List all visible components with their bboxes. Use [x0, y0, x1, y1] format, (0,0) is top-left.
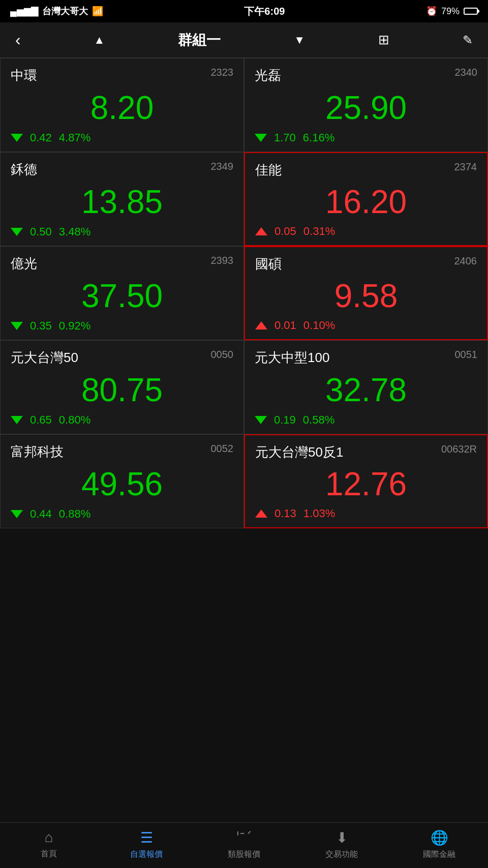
nav-bar: ‹ ▲ 群組一 ▼ ⊞ ✎ [0, 22, 488, 58]
stock-price: 49.56 [11, 468, 233, 500]
stock-header: 國碩 2406 [255, 255, 477, 273]
edit-button[interactable]: ✎ [463, 33, 473, 47]
stock-price: 32.78 [255, 374, 477, 406]
stock-card-2323[interactable]: 中環 2323 8.20 0.42 4.87% [0, 58, 244, 152]
stock-code: 00632R [441, 443, 477, 455]
stock-name: 元大台灣50反1 [255, 443, 343, 461]
stock-code: 2406 [454, 255, 477, 267]
stock-header: 鉌德 2349 [11, 161, 233, 178]
stock-code: 0052 [211, 443, 234, 455]
change-percent: 3.48% [59, 225, 90, 238]
change-percent: 0.80% [59, 413, 90, 427]
arrow-up-icon [255, 227, 267, 235]
tab-global[interactable]: 🌐 國際金融 [409, 829, 470, 860]
stock-grid: 中環 2323 8.20 0.42 4.87% 光磊 2340 25.90 1.… [0, 58, 488, 528]
change-value: 0.19 [274, 413, 296, 427]
stock-change: 0.50 3.48% [11, 225, 233, 238]
stock-header: 富邦科技 0052 [11, 443, 233, 461]
change-value: 0.13 [274, 507, 296, 520]
change-percent: 4.87% [59, 131, 90, 144]
stock-change: 0.44 0.88% [11, 507, 233, 521]
stock-change: 0.35 0.92% [11, 319, 233, 333]
list-icon: ☰ [140, 829, 153, 846]
arrow-down-icon [255, 416, 267, 424]
alarm-icon: ⏰ [426, 6, 437, 17]
arrow-down-icon [11, 416, 23, 424]
stock-card-0051[interactable]: 元大中型100 0051 32.78 0.19 0.58% [244, 340, 488, 434]
arrow-down-icon [11, 228, 23, 236]
stock-header: 元大台灣50 0050 [11, 349, 233, 367]
stock-change: 0.01 0.10% [255, 319, 477, 332]
up-button[interactable]: ▲ [94, 34, 105, 47]
battery-icon [464, 8, 478, 15]
change-percent: 6.16% [303, 131, 334, 144]
change-percent: 0.92% [59, 319, 90, 333]
tab-watchlist[interactable]: ☰ 自選報價 [116, 829, 177, 860]
change-percent: 0.10% [303, 319, 335, 332]
back-button[interactable]: ‹ [15, 31, 21, 49]
stock-header: 中環 2323 [11, 67, 233, 84]
status-right: ⏰ 79% [426, 6, 478, 17]
home-icon: ⌂ [45, 829, 53, 846]
stock-card-2374[interactable]: 佳能 2374 16.20 0.05 0.31% [244, 152, 488, 246]
arrow-down-icon [11, 322, 23, 330]
change-value: 0.05 [274, 225, 296, 238]
arrow-down-icon [11, 510, 23, 518]
change-percent: 1.03% [303, 507, 335, 520]
stock-change: 1.70 6.16% [255, 131, 477, 144]
stock-card-0052[interactable]: 富邦科技 0052 49.56 0.44 0.88% [0, 434, 244, 528]
tab-home-label: 首頁 [41, 849, 57, 859]
stock-code: 2340 [455, 67, 478, 78]
stock-name: 元大台灣50 [11, 349, 78, 367]
arrow-up-icon [255, 510, 267, 518]
page-title: 群組一 [178, 31, 221, 50]
stock-name: 國碩 [255, 255, 282, 273]
change-value: 0.01 [274, 319, 296, 332]
stock-price: 8.20 [11, 92, 233, 124]
stock-header: 元大台灣50反1 00632R [255, 443, 477, 461]
stock-card-2349[interactable]: 鉌德 2349 13.85 0.50 3.48% [0, 152, 244, 246]
stock-header: 元大中型100 0051 [255, 349, 477, 367]
carrier-name: 台灣大哥大 [42, 5, 88, 17]
change-value: 0.65 [30, 413, 52, 427]
arrow-down-icon [255, 134, 267, 142]
signal-bars: ▄▅▆▇ [10, 6, 38, 17]
stock-card-00632R[interactable]: 元大台灣50反1 00632R 12.76 0.13 1.03% [244, 434, 488, 528]
stock-change: 0.19 0.58% [255, 413, 477, 427]
tab-trading[interactable]: ⬇ 交易功能 [311, 829, 372, 860]
stock-card-2406[interactable]: 國碩 2406 9.58 0.01 0.10% [244, 246, 488, 340]
stock-card-0050[interactable]: 元大台灣50 0050 80.75 0.65 0.80% [0, 340, 244, 434]
stock-change: 0.65 0.80% [11, 413, 233, 427]
stock-change: 0.05 0.31% [255, 225, 477, 238]
tab-sector[interactable]: ˈˉˊ 類股報價 [214, 829, 274, 860]
change-value: 0.35 [30, 319, 52, 333]
stock-card-2393[interactable]: 億光 2393 37.50 0.35 0.92% [0, 246, 244, 340]
stock-price: 37.50 [11, 280, 233, 312]
stock-name: 富邦科技 [11, 443, 64, 461]
change-value: 0.50 [30, 225, 52, 238]
tab-watchlist-label: 自選報價 [130, 849, 163, 860]
stock-name: 光磊 [255, 67, 281, 84]
tab-sector-label: 類股報價 [228, 849, 260, 860]
stock-price: 9.58 [255, 280, 477, 312]
stock-card-2340[interactable]: 光磊 2340 25.90 1.70 6.16% [244, 58, 488, 152]
tab-bar: ⌂ 首頁 ☰ 自選報價 ˈˉˊ 類股報價 ⬇ 交易功能 🌐 國際金融 [0, 822, 488, 868]
tab-home[interactable]: ⌂ 首頁 [18, 829, 79, 859]
stock-header: 佳能 2374 [255, 161, 477, 179]
stock-header: 光磊 2340 [255, 67, 477, 84]
grid-button[interactable]: ⊞ [378, 32, 389, 48]
stock-code: 2349 [211, 161, 234, 172]
stock-price: 25.90 [255, 92, 477, 124]
stock-code: 2323 [211, 67, 234, 78]
battery-percent: 79% [441, 6, 460, 17]
tab-global-label: 國際金融 [423, 849, 455, 860]
globe-icon: 🌐 [431, 829, 448, 846]
down-button[interactable]: ▼ [294, 34, 305, 47]
change-percent: 0.31% [303, 225, 335, 238]
arrow-up-icon [255, 321, 267, 330]
chart-icon: ˈˉˊ [236, 829, 252, 846]
change-value: 1.70 [274, 131, 296, 144]
carrier-signal: ▄▅▆▇ 台灣大哥大 📶 [10, 5, 103, 17]
stock-code: 0050 [211, 349, 234, 361]
arrow-down-icon [11, 134, 23, 142]
